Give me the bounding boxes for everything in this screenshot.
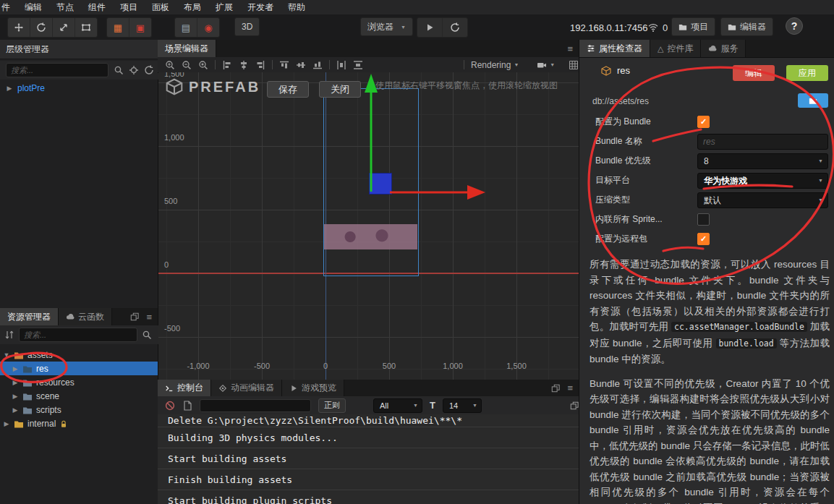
tab-inspector[interactable]: 属性检查器 bbox=[579, 40, 650, 57]
scene-menu-icon[interactable]: ≡ bbox=[567, 43, 573, 54]
move-tool-icon[interactable] bbox=[8, 18, 30, 37]
target-platform-select[interactable]: 华为快游戏 bbox=[697, 173, 828, 189]
paint-tool-icon[interactable]: ▣ bbox=[129, 18, 151, 37]
expand-arrow-icon[interactable]: ▶ bbox=[12, 379, 19, 386]
open-project-button[interactable]: 项目 bbox=[671, 17, 715, 36]
font-size-select[interactable]: 14 bbox=[443, 398, 482, 413]
tree-row-res[interactable]: ▶ res bbox=[0, 362, 158, 375]
menu-item-panel[interactable]: 面板 bbox=[145, 0, 176, 14]
expand-arrow-icon[interactable]: ▶ bbox=[6, 85, 13, 92]
console-filter-input[interactable] bbox=[200, 399, 311, 412]
tree-row-scripts[interactable]: ▶ scripts bbox=[0, 403, 158, 417]
menu-item-help[interactable]: 帮助 bbox=[281, 0, 312, 14]
apply-button[interactable]: 应用 bbox=[786, 65, 828, 81]
align-right-icon[interactable] bbox=[255, 60, 265, 70]
grid-toggle-icon[interactable] bbox=[569, 60, 579, 70]
tree-row-internal[interactable]: ▶ internal bbox=[0, 417, 158, 430]
rendering-dropdown[interactable]: Rendering▼ bbox=[471, 60, 519, 70]
tab-console[interactable]: 控制台 bbox=[158, 380, 211, 396]
mode-3d-button[interactable]: 3D bbox=[234, 17, 260, 36]
align-middle-icon[interactable] bbox=[296, 60, 306, 70]
clear-console-icon[interactable] bbox=[165, 401, 175, 411]
tree-row-assets[interactable]: ▼ assets bbox=[0, 348, 158, 362]
bundle-name-input[interactable] bbox=[697, 134, 828, 150]
zoom-fit-icon[interactable] bbox=[198, 60, 208, 70]
scene-viewport[interactable]: 1,500 1,000 500 0 -500 -1,000 -500 0 500… bbox=[158, 72, 579, 380]
console-layout-icon[interactable] bbox=[570, 401, 579, 410]
menu-item-developer[interactable]: 开发者 bbox=[240, 0, 281, 14]
align-bottom-icon[interactable] bbox=[312, 60, 323, 70]
menu-item-file[interactable]: 件 bbox=[0, 0, 17, 14]
assets-sort-icon[interactable] bbox=[4, 330, 14, 340]
play-icon[interactable] bbox=[417, 18, 443, 37]
open-log-file-icon[interactable] bbox=[182, 401, 192, 411]
menu-item-component[interactable]: 组件 bbox=[81, 0, 113, 14]
target-tool-icon[interactable]: ◉ bbox=[197, 18, 219, 37]
camera-dropdown[interactable]: ▼ bbox=[537, 60, 555, 70]
hierarchy-node-plotpre[interactable]: ▶ plotPre bbox=[0, 81, 163, 95]
log-row[interactable]: Delete G:\project\zyzz\SilentProof\build… bbox=[158, 414, 579, 427]
assets-search-icon[interactable] bbox=[142, 330, 152, 340]
log-row[interactable]: Start building plugin scripts bbox=[158, 490, 579, 504]
assets-search-input[interactable] bbox=[19, 328, 137, 342]
assets-menu-icon[interactable]: ≡ bbox=[146, 312, 152, 323]
log-level-select[interactable]: All bbox=[373, 398, 422, 413]
browser-select[interactable]: 浏览器 bbox=[360, 17, 413, 36]
rotate-tool-icon[interactable] bbox=[30, 18, 53, 37]
expand-arrow-icon[interactable]: ▶ bbox=[3, 420, 10, 427]
config-bundle-checkbox[interactable] bbox=[697, 116, 710, 128]
regex-toggle[interactable]: 正则 bbox=[318, 398, 346, 413]
hierarchy-refresh-icon[interactable] bbox=[144, 65, 154, 75]
open-editor-button[interactable]: 编辑器 bbox=[720, 17, 773, 36]
menu-item-project[interactable]: 项目 bbox=[113, 0, 145, 14]
log-row[interactable]: Finish building assets bbox=[158, 469, 579, 490]
edit-button[interactable]: 编辑 bbox=[733, 65, 775, 81]
tab-game-preview[interactable]: 游戏预览 bbox=[282, 380, 344, 396]
hierarchy-search-icon[interactable] bbox=[114, 65, 124, 75]
align-center-horizontal-icon[interactable] bbox=[239, 60, 249, 70]
menu-item-node[interactable]: 节点 bbox=[49, 0, 81, 14]
hierarchy-locate-icon[interactable] bbox=[129, 65, 139, 75]
texture-tool-icon[interactable]: ▤ bbox=[175, 18, 197, 37]
prefab-save-button[interactable]: 保存 bbox=[267, 81, 309, 98]
tree-row-scene[interactable]: ▶ scene bbox=[0, 389, 158, 403]
assets-popout-icon[interactable] bbox=[130, 312, 139, 321]
align-top-icon[interactable] bbox=[279, 60, 289, 70]
tab-animation-editor[interactable]: 动画编辑器 bbox=[211, 380, 282, 396]
scale-tool-icon[interactable] bbox=[53, 18, 75, 37]
align-left-icon[interactable] bbox=[222, 60, 232, 70]
hierarchy-search-input[interactable] bbox=[6, 63, 108, 77]
tab-widget-library[interactable]: △控件库 bbox=[650, 40, 701, 57]
tab-service[interactable]: 服务 bbox=[701, 40, 746, 57]
bundle-priority-select[interactable]: 8 bbox=[697, 153, 828, 169]
expand-arrow-icon[interactable]: ▶ bbox=[12, 393, 19, 400]
tree-row-resources[interactable]: ▶ resources bbox=[0, 375, 158, 389]
inline-sprite-checkbox[interactable] bbox=[697, 213, 710, 226]
prefab-close-button[interactable]: 关闭 bbox=[319, 81, 361, 98]
menu-item-edit[interactable]: 编辑 bbox=[17, 0, 49, 14]
zoom-out-icon[interactable] bbox=[182, 60, 192, 70]
compression-type-select[interactable]: 默认 bbox=[697, 192, 828, 208]
menu-item-layout[interactable]: 布局 bbox=[176, 0, 208, 14]
menu-item-extension[interactable]: 扩展 bbox=[208, 0, 240, 14]
refresh-preview-icon[interactable] bbox=[443, 18, 467, 37]
tab-assets[interactable]: 资源管理器 bbox=[0, 308, 59, 325]
tile-tool-icon[interactable]: ▦ bbox=[107, 18, 129, 37]
zoom-in-icon[interactable] bbox=[165, 60, 175, 70]
distribute-horizontal-icon[interactable] bbox=[336, 60, 346, 70]
rect-tool-icon[interactable] bbox=[75, 18, 97, 37]
console-popout-icon[interactable] bbox=[551, 384, 560, 393]
collapse-arrow-icon[interactable]: ▼ bbox=[3, 351, 10, 359]
tab-scene-editor[interactable]: 场景编辑器 bbox=[158, 40, 216, 57]
transform-gizmo[interactable] bbox=[158, 72, 579, 380]
help-button[interactable]: ? bbox=[786, 17, 803, 35]
distribute-vertical-icon[interactable] bbox=[353, 60, 363, 70]
tab-cloud-functions[interactable]: 云函数 bbox=[59, 308, 112, 325]
log-row[interactable]: Start building assets bbox=[158, 448, 579, 469]
reveal-folder-button[interactable] bbox=[798, 93, 828, 108]
expand-arrow-icon[interactable]: ▶ bbox=[12, 406, 19, 414]
log-row[interactable]: Building 3D physics modules... bbox=[158, 427, 579, 448]
remote-bundle-checkbox[interactable] bbox=[697, 233, 710, 245]
expand-arrow-icon[interactable]: ▶ bbox=[12, 365, 19, 372]
console-menu-icon[interactable]: ≡ bbox=[567, 383, 573, 393]
